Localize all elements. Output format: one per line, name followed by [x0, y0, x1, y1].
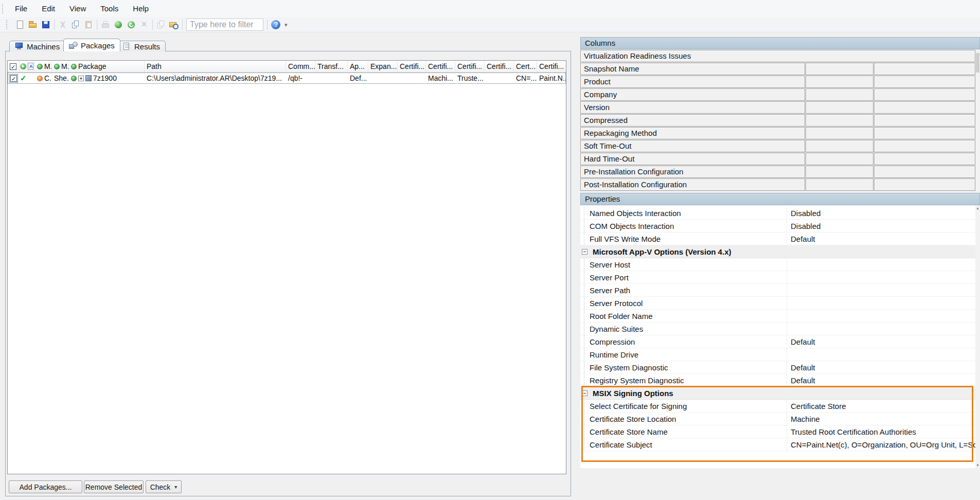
menu-view[interactable]: View — [62, 0, 93, 17]
column-chooser-cell[interactable] — [874, 127, 975, 139]
property-row[interactable]: Server Port — [580, 271, 975, 284]
column-chooser-cell[interactable] — [806, 114, 874, 127]
property-value[interactable]: Disabled — [787, 222, 975, 230]
column-chooser-cell[interactable] — [806, 127, 874, 139]
column-chooser-label[interactable]: Hard Time-Out — [580, 153, 805, 165]
menu-edit[interactable]: Edit — [34, 0, 62, 17]
property-row[interactable]: Server Host — [580, 258, 975, 271]
column-chooser-cell[interactable] — [806, 63, 874, 75]
property-row[interactable]: Server Protocol — [580, 297, 975, 310]
column-chooser-label[interactable]: Post-Installation Configuration — [580, 178, 805, 191]
expand-plus-icon[interactable] — [78, 76, 84, 81]
header-cert-2[interactable]: Certifi... — [426, 61, 455, 72]
column-chooser-cell[interactable] — [806, 178, 874, 191]
column-chooser-row[interactable]: Pre-Installation Configuration — [580, 166, 975, 178]
column-chooser-cell[interactable] — [874, 76, 975, 88]
toolbar-overflow-icon[interactable] — [284, 20, 290, 29]
toolbar-drag-grip-icon[interactable] — [6, 20, 9, 29]
duplicate-icon[interactable] — [156, 20, 166, 29]
help-icon[interactable] — [271, 20, 280, 29]
column-chooser-row[interactable]: Product — [580, 76, 975, 88]
column-chooser-cell[interactable] — [806, 166, 874, 178]
row-checkbox[interactable] — [10, 75, 17, 82]
column-chooser-cell[interactable] — [806, 101, 874, 114]
property-value[interactable]: Default — [787, 235, 975, 243]
save-icon[interactable] — [41, 20, 50, 29]
header-cert-6[interactable]: Certifi... — [537, 61, 566, 72]
header-command[interactable]: Comm... — [286, 61, 315, 72]
property-value[interactable]: Trusted Root Certification Authorities — [787, 427, 975, 436]
property-value[interactable]: Default — [787, 337, 975, 346]
header-cert-3[interactable]: Certifi... — [455, 61, 485, 72]
header-m2[interactable]: M.. — [52, 61, 69, 72]
property-value[interactable]: Default — [787, 363, 975, 372]
column-chooser-cell[interactable] — [874, 63, 975, 75]
property-value[interactable]: Certificate Store — [787, 402, 975, 410]
column-chooser-cell[interactable] — [806, 140, 874, 152]
scroll-down-icon[interactable]: ▾ — [975, 463, 980, 468]
property-row[interactable]: Select Certificate for Signing Certifica… — [580, 400, 975, 413]
property-row[interactable]: Certificate Store Name Trusted Root Cert… — [580, 425, 975, 438]
column-chooser-row[interactable]: Snapshot Name — [580, 63, 975, 75]
header-cert-5[interactable]: Cert... — [514, 61, 537, 72]
column-chooser-row[interactable]: Repackaging Method — [580, 127, 975, 139]
column-chooser-row[interactable]: Post-Installation Configuration — [580, 178, 975, 191]
property-group-row-msix[interactable]: MSIX Signing Options — [580, 387, 975, 400]
property-row[interactable]: File System Diagnostic Default — [580, 361, 975, 374]
menu-drag-grip-icon[interactable] — [2, 4, 5, 13]
column-chooser-label[interactable]: Pre-Installation Configuration — [580, 166, 805, 178]
tab-machines[interactable]: Machines — [9, 41, 65, 51]
property-row[interactable]: Registry System Diagnostic Default — [580, 374, 975, 387]
cut-icon[interactable] — [58, 20, 67, 29]
copy-icon[interactable] — [71, 20, 80, 29]
header-expand[interactable]: Expan... — [368, 61, 398, 72]
column-chooser-label[interactable]: Product — [580, 76, 805, 88]
header-status[interactable] — [20, 61, 27, 72]
check-split-button[interactable]: Check ▾ — [146, 480, 182, 493]
header-select-all[interactable] — [8, 61, 20, 72]
property-row[interactable]: Certificate Subject CN=Paint.Net(c), O=O… — [580, 438, 975, 451]
property-row[interactable]: Certificate Store Location Machine — [580, 413, 975, 425]
chevron-down-icon[interactable]: ▾ — [174, 484, 177, 490]
column-chooser-cell[interactable] — [806, 76, 874, 88]
property-row[interactable]: Compression Default — [580, 335, 975, 348]
column-chooser-row[interactable]: Hard Time-Out — [580, 153, 975, 165]
build-package-icon[interactable] — [114, 20, 123, 29]
filter-input[interactable] — [186, 19, 263, 31]
column-chooser-row[interactable]: Compressed — [580, 114, 975, 127]
column-chooser-row[interactable]: Company — [580, 88, 975, 101]
header-app[interactable]: Ap... — [348, 61, 368, 72]
menu-tools[interactable]: Tools — [93, 0, 126, 17]
refresh-icon[interactable] — [127, 20, 136, 29]
property-row[interactable]: Root Folder Name — [580, 310, 975, 323]
property-row[interactable]: Runtime Drive — [580, 348, 975, 361]
scroll-up-icon[interactable]: ▴ — [975, 206, 980, 210]
properties-scrollbar[interactable]: ▴ ▾ — [975, 205, 980, 468]
property-value[interactable]: Disabled — [787, 209, 975, 218]
column-chooser-cell[interactable] — [874, 88, 975, 101]
column-chooser-label[interactable]: Repackaging Method — [580, 127, 805, 139]
column-chooser-row[interactable]: Soft Time-Out — [580, 140, 975, 152]
column-chooser-cell[interactable] — [874, 166, 975, 178]
property-value[interactable]: Machine — [787, 415, 975, 423]
property-value[interactable]: CN=Paint.Net(c), O=Organization, OU=Org … — [787, 440, 975, 449]
package-row[interactable]: C... She... 7z1900 C:\Users\administrato… — [8, 73, 566, 84]
header-cert-4[interactable]: Certifi... — [485, 61, 514, 72]
column-chooser-cell[interactable] — [806, 153, 874, 165]
column-chooser-label[interactable]: Compressed — [580, 114, 805, 127]
menu-file[interactable]: File — [8, 0, 34, 17]
header-doc-type[interactable] — [27, 61, 35, 72]
column-chooser-label[interactable]: Virtualization Readiness Issues — [580, 50, 975, 62]
search-folder-icon[interactable] — [169, 20, 179, 29]
remove-selected-button[interactable]: Remove Selected — [84, 480, 144, 493]
column-chooser-cell[interactable] — [874, 114, 975, 127]
header-transform[interactable]: Transf... — [315, 61, 348, 72]
paste-icon[interactable] — [84, 20, 93, 29]
property-row[interactable]: Full VFS Write Mode Default — [580, 233, 975, 245]
column-chooser-cell[interactable] — [806, 88, 874, 101]
column-chooser-cell[interactable] — [874, 101, 975, 114]
column-chooser-row[interactable]: Virtualization Readiness Issues — [580, 50, 975, 62]
property-row[interactable]: COM Objects Interaction Disabled — [580, 220, 975, 233]
columns-scrollbar[interactable] — [975, 50, 980, 191]
column-chooser-label[interactable]: Version — [580, 101, 805, 114]
